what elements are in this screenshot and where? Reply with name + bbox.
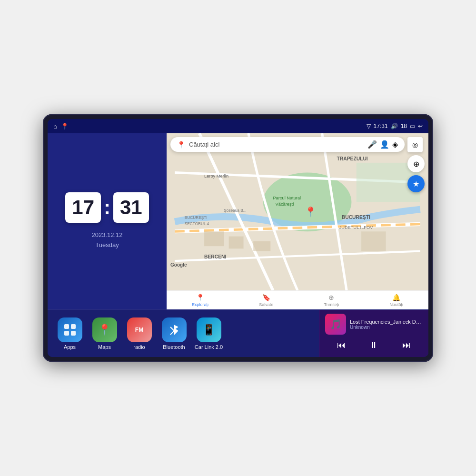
back-icon[interactable]: ↩ <box>418 123 423 129</box>
svg-text:BUCUREȘTI: BUCUREȘTI <box>342 215 370 220</box>
music-artist: Unknown <box>350 325 423 330</box>
clock-day: Tuesday <box>91 240 122 250</box>
svg-text:Văcărești: Văcărești <box>276 202 294 207</box>
map-corner-icons: ◎ ⊕ ★ <box>407 137 425 192</box>
radio-label: radio <box>133 344 145 350</box>
map-search-actions: 🎤 👤 ◈ <box>367 140 398 149</box>
status-bar: ⌂ 📍 ▽ 17:31 🔊 18 ▭ ↩ <box>48 119 428 133</box>
svg-rect-3 <box>204 231 224 246</box>
svg-rect-5 <box>253 241 270 251</box>
account-icon[interactable]: 👤 <box>380 140 389 149</box>
explore-label: Explorați <box>192 302 208 307</box>
music-player: 🎵 Lost Frequencies_Janieck Devy-... Unkn… <box>319 310 428 357</box>
bluetooth-icon <box>162 317 187 342</box>
album-art-icon: 🎵 <box>330 318 342 330</box>
volume-icon: 🔊 <box>391 123 398 129</box>
prev-button[interactable]: ⏮ <box>332 338 350 352</box>
app-radio[interactable]: FM radio <box>124 317 155 350</box>
bottom-section: Apps 📍 Maps FM radio <box>48 309 428 357</box>
svg-rect-17 <box>64 324 69 329</box>
location-marker: 📍 <box>305 206 317 218</box>
map-background: TRAPEZULUI BUCUREȘTI JUDEȚUL ILFOV BERCE… <box>167 133 428 290</box>
app-carlink[interactable]: 📱 Car Link 2.0 <box>193 317 224 350</box>
status-left-icons: ⌂ 📍 <box>53 123 69 130</box>
svg-text:BUCUREȘTI: BUCUREȘTI <box>185 216 208 220</box>
svg-text:Parcul Natural: Parcul Natural <box>273 196 301 200</box>
svg-text:TRAPEZULUI: TRAPEZULUI <box>337 156 368 161</box>
album-art: 🎵 <box>325 314 346 335</box>
apps-area: Apps 📍 Maps FM radio <box>48 310 319 357</box>
map-panel[interactable]: 📍 Căutați aici 🎤 👤 ◈ <box>167 133 428 309</box>
map-pin-icon: 📍 <box>177 141 185 149</box>
apps-label: Apps <box>64 344 76 350</box>
play-pause-button[interactable]: ⏸ <box>365 338 383 352</box>
carlink-label: Car Link 2.0 <box>195 344 223 350</box>
svg-rect-18 <box>71 324 76 329</box>
clock-hours: 17 <box>65 192 101 223</box>
svg-rect-19 <box>64 331 69 336</box>
map-compass-btn[interactable]: ⊕ <box>407 155 425 172</box>
battery-level: 18 <box>401 123 407 129</box>
home-icon[interactable]: ⌂ <box>53 123 57 130</box>
maps-icon: 📍 <box>92 317 117 342</box>
clock-date: 2023.12.12 <box>91 230 122 240</box>
left-panel: 17 : 31 2023.12.12 Tuesday <box>48 133 167 309</box>
status-right-info: ▽ 17:31 🔊 18 ▭ ↩ <box>367 123 423 129</box>
next-button[interactable]: ⏭ <box>397 338 416 352</box>
google-watermark: Google <box>170 262 187 268</box>
main-content: 17 : 31 2023.12.12 Tuesday 📍 Căutați aic… <box>48 133 428 309</box>
signal-icon: ▽ <box>367 123 371 129</box>
apps-icon <box>58 317 82 342</box>
layers-icon[interactable]: ◈ <box>392 140 398 149</box>
mic-icon[interactable]: 🎤 <box>367 140 377 149</box>
maps-label: Maps <box>98 344 111 350</box>
svg-rect-20 <box>71 331 76 336</box>
svg-text:SECTORUL 4: SECTORUL 4 <box>185 222 209 226</box>
map-search-placeholder[interactable]: Căutați aici <box>189 141 364 148</box>
clock-separator: : <box>104 192 110 223</box>
app-maps[interactable]: 📍 Maps <box>89 317 120 350</box>
map-icon[interactable]: 📍 <box>61 123 69 130</box>
svg-text:Leroy Merlin: Leroy Merlin <box>204 174 228 178</box>
explore-icon: 📍 <box>196 294 204 301</box>
svg-text:BERCENI: BERCENI <box>204 254 226 259</box>
carlink-icon: 📱 <box>197 317 221 342</box>
map-location-btn[interactable]: ◎ <box>407 137 423 152</box>
send-label: Trimiteți <box>324 302 339 307</box>
clock-container: 17 : 31 <box>65 192 149 223</box>
app-apps[interactable]: Apps <box>54 317 85 350</box>
map-nav-saved[interactable]: 🔖 Salvate <box>259 294 273 307</box>
svg-text:Șoseaua B...: Șoseaua B... <box>224 208 246 213</box>
battery-icon: ▭ <box>410 123 415 129</box>
news-label: Noutăți <box>389 302 403 307</box>
music-title: Lost Frequencies_Janieck Devy-... <box>350 319 423 325</box>
bluetooth-label: Bluetooth <box>163 344 185 350</box>
map-nav-send[interactable]: ⊕ Trimiteți <box>324 294 339 307</box>
status-time: 17:31 <box>374 123 388 129</box>
map-bottom-bar: 📍 Explorați 🔖 Salvate ⊕ Trimiteți 🔔 Nout… <box>167 290 428 309</box>
clock-minutes: 31 <box>113 192 149 223</box>
map-navigation-btn[interactable]: ★ <box>407 175 425 192</box>
device: ⌂ 📍 ▽ 17:31 🔊 18 ▭ ↩ 17 : 31 <box>43 114 433 362</box>
app-bluetooth[interactable]: Bluetooth <box>159 317 189 350</box>
screen: ⌂ 📍 ▽ 17:31 🔊 18 ▭ ↩ 17 : 31 <box>48 119 428 357</box>
saved-icon: 🔖 <box>262 294 270 301</box>
map-nav-explore[interactable]: 📍 Explorați <box>192 294 208 307</box>
news-icon: 🔔 <box>392 294 400 301</box>
music-controls: ⏮ ⏸ ⏭ <box>325 338 423 352</box>
send-icon: ⊕ <box>328 294 334 301</box>
saved-label: Salvate <box>259 302 273 307</box>
map-search-bar[interactable]: 📍 Căutați aici 🎤 👤 ◈ <box>170 137 405 152</box>
music-info: Lost Frequencies_Janieck Devy-... Unknow… <box>350 319 423 330</box>
svg-rect-6 <box>361 231 386 251</box>
date-display: 2023.12.12 Tuesday <box>91 230 122 250</box>
radio-icon: FM <box>127 317 152 342</box>
svg-rect-4 <box>229 237 244 249</box>
map-nav-news[interactable]: 🔔 Noutăți <box>389 294 403 307</box>
music-top: 🎵 Lost Frequencies_Janieck Devy-... Unkn… <box>325 314 423 335</box>
svg-text:JUDEȚUL ILFOV: JUDEȚUL ILFOV <box>339 225 374 230</box>
